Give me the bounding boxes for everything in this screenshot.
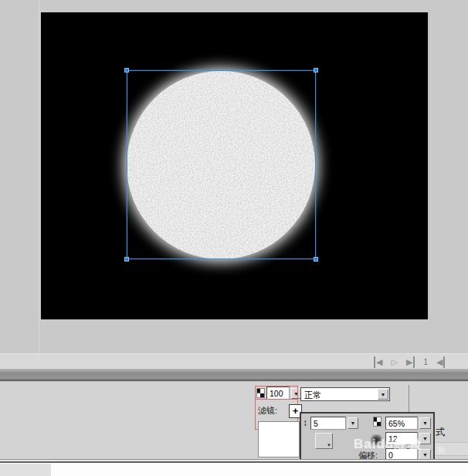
strength-value-input[interactable] [385,417,418,430]
alpha-value-input[interactable] [266,387,290,400]
current-frame-number: 1 [423,356,428,368]
selection-handle-top-left[interactable] [124,68,129,73]
blend-mode-select[interactable]: 正常 [300,387,390,401]
stage-edge-line [429,12,429,319]
alpha-checker-icon [256,388,265,398]
bottom-strip [0,463,468,476]
quality-value-input[interactable] [385,432,418,445]
glow-preview-icon [370,434,383,446]
first-frame-icon[interactable]: ◀ [374,356,382,368]
quality-dropdown-button[interactable]: ▼ [419,433,431,444]
color-swatch-button[interactable]: ▼ [315,433,333,449]
workspace-gutter-line [39,0,39,353]
last-frame-icon[interactable]: ▶ [406,356,415,368]
play-icon[interactable]: ▷ [391,356,397,368]
blend-mode-dropdown-button[interactable]: ▼ [378,389,388,400]
panel-divider-bar [0,369,468,381]
selection-handle-bottom-left[interactable] [124,257,129,262]
filter-list-box[interactable] [258,421,300,457]
selection-handle-top-right[interactable] [314,68,318,73]
strength-checker-icon [373,417,382,427]
panel-section-divider [409,385,409,413]
selection-bounding-box[interactable] [127,70,316,259]
background-strip [435,442,468,456]
blur-dropdown-button[interactable]: ▼ [348,417,358,429]
blur-value-input[interactable] [310,417,346,430]
timeline-controller-bar: ◀ ▷ ▶ 1 ◀ [0,353,468,369]
selection-handle-bottom-right[interactable] [314,257,318,262]
style-label-partial: 式 [436,426,445,439]
step-back-icon[interactable]: ◀ [436,356,445,368]
swatch-dropdown-icon: ▼ [327,443,331,447]
blur-amount-icon: ↕ [303,417,307,428]
strength-dropdown-button[interactable]: ▼ [419,417,431,429]
bottom-tab [0,464,51,476]
stage-canvas[interactable] [41,12,428,319]
application-window: ◀ ▷ ▶ 1 ◀ ▼ 正常 ▼ 滤镜: + 式 ↕ ▼ ▼ ▼ ▼ 偏移: ▼… [0,0,468,476]
filters-label: 滤镜: [258,405,277,417]
